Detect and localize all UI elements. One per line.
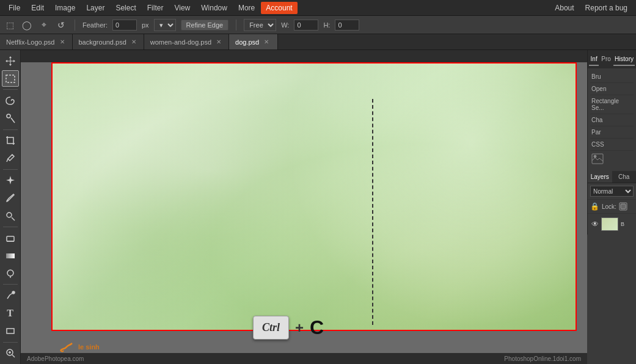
layers-tab-channels[interactable]: Cha	[612, 171, 637, 183]
layers-tabs: Layers Cha	[588, 171, 636, 183]
tab-close-dog[interactable]: ✕	[263, 38, 270, 45]
canvas-area: Ctrl + C le sinh AdobePhotopea.com Photo…	[21, 50, 587, 364]
h-input[interactable]	[335, 20, 359, 31]
tab-close-women-dog[interactable]: ✕	[215, 38, 222, 45]
svg-point-2	[7, 114, 10, 118]
ctrl-key: Ctrl	[253, 316, 289, 340]
panel-item-cha: Cha	[590, 114, 634, 126]
canvas-image	[51, 62, 577, 331]
toolbar-dotted-rect-icon[interactable]: ⬚	[4, 19, 16, 31]
layer-thumbnail	[601, 217, 618, 231]
tab-label: women-and-dog.psd	[150, 38, 211, 46]
menu-select[interactable]: Select	[111, 2, 141, 14]
gradient-tool[interactable]	[2, 247, 19, 264]
menu-view[interactable]: View	[169, 2, 195, 14]
svg-rect-6	[7, 236, 14, 241]
tool-separator-3	[3, 169, 18, 170]
ctrl-c-overlay: Ctrl + C	[253, 316, 324, 340]
plus-symbol: +	[295, 319, 304, 337]
menu-file[interactable]: File	[4, 2, 25, 14]
info-tab[interactable]: Inf	[589, 53, 599, 66]
menu-layer[interactable]: Layer	[81, 2, 109, 14]
panel-item-bru: Bru	[590, 71, 634, 83]
tab-background[interactable]: background.psd ✕	[73, 34, 144, 49]
layers-blend-mode: Normal	[588, 183, 636, 200]
feather-dropdown[interactable]: ▾	[154, 19, 176, 31]
svg-point-4	[7, 213, 12, 217]
menu-filter[interactable]: Filter	[142, 2, 169, 14]
tab-netflix-logo[interactable]: Netflix-Logo.psd ✕	[0, 34, 73, 49]
tab-dog[interactable]: dog.psd ✕	[229, 34, 278, 49]
w-input[interactable]	[294, 20, 318, 31]
watermark-left-text: AdobePhotopea.com	[27, 355, 84, 362]
panel-item-css: CSS	[590, 139, 634, 151]
pro-tab[interactable]: Pro	[600, 53, 612, 66]
feather-input[interactable]	[112, 20, 137, 31]
feather-unit: px	[142, 21, 149, 29]
watermark-right-text: PhotoshopOnline.1doi1.com	[504, 355, 581, 362]
heal-tool[interactable]	[2, 172, 19, 189]
tab-women-dog[interactable]: women-and-dog.psd ✕	[144, 34, 229, 49]
menu-image[interactable]: Image	[50, 2, 80, 14]
layer-item[interactable]: 👁 B	[590, 216, 634, 232]
lasso-tool[interactable]	[2, 92, 19, 109]
tabs-bar: Netflix-Logo.psd ✕ background.psd ✕ wome…	[0, 34, 636, 50]
menu-report-bug[interactable]: Report a bug	[580, 2, 632, 14]
blend-mode-select[interactable]: Normal	[590, 186, 634, 197]
panel-open[interactable]: Open	[590, 83, 634, 95]
svg-point-9	[7, 270, 13, 276]
zoom-tool[interactable]	[2, 345, 19, 362]
dodge-tool[interactable]	[2, 265, 19, 282]
shape-tool[interactable]	[2, 323, 19, 340]
refine-edge-button[interactable]: Refine Edge	[181, 20, 229, 31]
layer-name: B	[621, 221, 624, 227]
tab-label: Netflix-Logo.psd	[6, 38, 55, 46]
tab-close-netflix[interactable]: ✕	[59, 38, 66, 45]
svg-rect-8	[6, 253, 15, 258]
svg-rect-12	[7, 329, 14, 333]
toolbar-rotate-icon[interactable]: ↺	[55, 19, 67, 31]
canvas-header	[21, 50, 587, 62]
svg-line-14	[12, 355, 15, 357]
toolbar-lasso-icon[interactable]: ⌖	[38, 19, 50, 31]
toolbar-separator-1	[75, 20, 75, 31]
menu-window[interactable]: Window	[196, 2, 232, 14]
menu-edit[interactable]: Edit	[26, 2, 49, 14]
layers-tab-layers[interactable]: Layers	[588, 171, 612, 183]
menu-more[interactable]: More	[233, 2, 260, 14]
brush-tool[interactable]	[2, 190, 19, 206]
menu-account[interactable]: Account	[261, 2, 297, 14]
svg-point-18	[594, 155, 596, 158]
svg-line-1	[11, 118, 15, 123]
panel-item-par: Par	[590, 126, 634, 139]
eyedropper-tool[interactable]	[2, 150, 19, 167]
canvas-wrapper[interactable]: Ctrl + C le sinh AdobePhotopea.com Photo…	[21, 62, 587, 364]
menu-about[interactable]: About	[550, 2, 579, 14]
text-tool[interactable]: T	[2, 305, 19, 322]
right-side: Inf Pro History Bru Open Rectangle Se...…	[587, 50, 636, 364]
wand-tool[interactable]	[2, 110, 19, 126]
eraser-tool[interactable]	[2, 230, 19, 246]
right-panel-items: Bru Open Rectangle Se... Cha Par CSS	[588, 68, 636, 171]
lock-label: Lock:	[602, 203, 616, 210]
svg-rect-0	[6, 75, 15, 82]
main-layout: T Ctr	[0, 50, 636, 364]
style-select[interactable]: Free	[244, 19, 276, 31]
feather-label: Feather:	[82, 21, 108, 29]
menu-bar: File Edit Image Layer Select Filter View…	[0, 0, 636, 16]
tab-close-background[interactable]: ✕	[130, 38, 137, 45]
crop-tool[interactable]	[2, 133, 19, 149]
panel-rectangle-select[interactable]: Rectangle Se...	[590, 95, 634, 114]
layers-content: 👁 B	[588, 214, 636, 235]
layer-visibility-eye[interactable]: 👁	[591, 220, 599, 228]
tool-separator-5	[3, 284, 18, 285]
marquee-tool[interactable]	[2, 70, 19, 87]
pen-tool[interactable]	[2, 287, 19, 304]
toolbar-circle-icon[interactable]: ◯	[21, 19, 33, 31]
tool-separator	[3, 89, 18, 90]
watermark-bottom: AdobePhotopea.com PhotoshopOnline.1doi1.…	[21, 353, 587, 364]
stamp-tool[interactable]	[2, 208, 19, 224]
move-tool[interactable]	[2, 53, 19, 69]
history-tab[interactable]: History	[613, 53, 635, 66]
right-panel: Inf Pro History Bru Open Rectangle Se...…	[587, 50, 636, 171]
